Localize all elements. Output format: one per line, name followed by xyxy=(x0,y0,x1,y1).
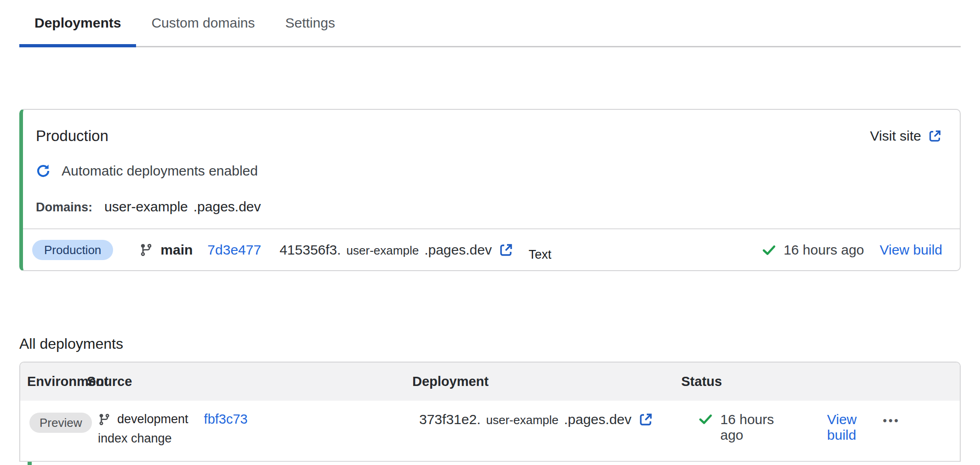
branch-name: development xyxy=(117,412,188,426)
production-status-group: 16 hours ago View build xyxy=(762,242,942,258)
external-link-icon[interactable] xyxy=(498,242,514,258)
external-link-icon xyxy=(928,129,942,143)
environment-badge-production: Production xyxy=(32,240,113,260)
deployment-url-prefix: 415356f3. xyxy=(279,242,341,258)
more-menu-button[interactable]: ••• xyxy=(883,412,900,429)
tab-settings[interactable]: Settings xyxy=(270,0,350,46)
domains-row: Domains: user-example .pages.dev xyxy=(36,199,942,215)
deployment-url: 415356f3. user-example .pages.dev xyxy=(261,242,492,258)
column-header-status: Status xyxy=(680,374,960,389)
column-header-deployment: Deployment xyxy=(409,374,680,389)
deployment-url-name: user-example xyxy=(347,244,419,258)
deployment-url-name: user-example xyxy=(486,413,558,427)
git-branch-icon xyxy=(98,413,111,426)
auto-deployments-text: Automatic deployments enabled xyxy=(62,163,258,179)
status-time: 16 hours ago xyxy=(720,412,792,443)
status-time: 16 hours ago xyxy=(784,242,864,258)
commit-link[interactable]: fbf3c73 xyxy=(204,412,248,427)
refresh-icon xyxy=(36,164,51,178)
cell-source: development fbf3c73 index change xyxy=(87,401,409,461)
production-card-title: Production xyxy=(36,127,108,145)
cell-deployment: 373f31e2. user-example .pages.dev xyxy=(409,401,680,461)
deployment-url-suffix: .pages.dev xyxy=(424,242,492,258)
cell-status: 16 hours ago View build ••• xyxy=(680,401,960,461)
next-row-green-indicator xyxy=(28,462,32,465)
commit-link[interactable]: 7d3e477 xyxy=(207,242,261,258)
check-icon xyxy=(698,412,713,426)
visit-site-label: Visit site xyxy=(870,128,921,144)
column-header-source: Source xyxy=(87,374,409,389)
branch-name: main xyxy=(160,242,193,258)
tab-bar: Deployments Custom domains Settings xyxy=(19,0,961,47)
tab-custom-domains[interactable]: Custom domains xyxy=(136,0,270,46)
environment-badge-preview: Preview xyxy=(29,413,92,433)
table-row: Preview development fbf3c73 index change… xyxy=(20,401,960,462)
visit-site-link[interactable]: Visit site xyxy=(870,128,942,144)
deployment-url-prefix: 373f31e2. xyxy=(419,412,480,427)
deployment-url-suffix: .pages.dev xyxy=(564,412,632,427)
tab-custom-domains-label: Custom domains xyxy=(151,15,255,31)
production-card-title-row: Production Visit site xyxy=(36,127,942,145)
domain-name: user-example xyxy=(104,199,188,215)
all-deployments-table: Environment Source Deployment Status Pre… xyxy=(19,362,961,462)
view-build-link[interactable]: View build xyxy=(827,412,883,443)
domains-label: Domains: xyxy=(36,200,92,215)
check-icon xyxy=(762,243,776,257)
tab-settings-label: Settings xyxy=(285,15,335,31)
external-link-icon[interactable] xyxy=(638,412,654,427)
column-header-environment: Environment xyxy=(20,374,87,389)
deployment-url: 373f31e2. user-example .pages.dev xyxy=(409,412,654,427)
production-deployment-row: Production main 7d3e477 415356f3. user-e… xyxy=(23,229,960,270)
production-card-body: Production Visit site xyxy=(23,110,960,215)
auto-deployments-row: Automatic deployments enabled xyxy=(36,163,942,179)
tab-deployments-label: Deployments xyxy=(34,15,121,31)
tab-deployments[interactable]: Deployments xyxy=(19,0,136,46)
pages-project-deployments-page: Deployments Custom domains Settings Prod… xyxy=(0,0,980,465)
all-deployments-title: All deployments xyxy=(19,335,980,352)
domain-suffix: .pages.dev xyxy=(194,199,261,215)
git-branch-icon xyxy=(139,243,153,257)
cell-environment: Preview xyxy=(20,401,87,461)
table-header-row: Environment Source Deployment Status xyxy=(20,363,960,401)
note-text: Text xyxy=(529,248,552,262)
production-card: Production Visit site xyxy=(19,109,961,271)
commit-message: index change xyxy=(98,431,409,446)
view-build-link[interactable]: View build xyxy=(880,242,942,258)
source-branch-line: development fbf3c73 xyxy=(87,412,409,427)
